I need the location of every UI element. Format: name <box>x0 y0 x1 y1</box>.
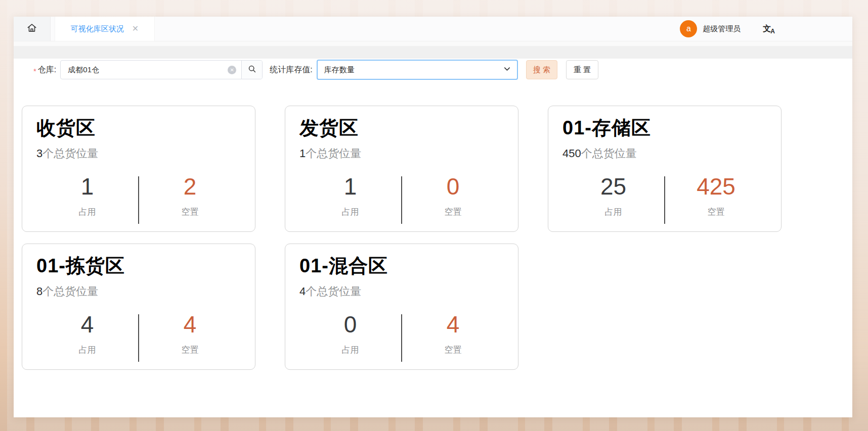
zone-stats: 0 占用 4 空置 <box>299 312 504 362</box>
tab-title: 可视化库区状况 <box>71 24 124 34</box>
vacant-count: 4 <box>139 312 241 337</box>
zone-total-slots: 8个总货位量 <box>36 284 241 299</box>
occupied-label: 占用 <box>562 206 664 218</box>
zone-title: 01-存储区 <box>562 117 767 139</box>
zone-total-number: 3 <box>36 147 42 160</box>
occupied-cell: 0 占用 <box>299 312 401 362</box>
vacant-cell: 425 空置 <box>665 174 767 224</box>
stat-value-label: 统计库存值: <box>270 65 312 75</box>
occupied-label: 占用 <box>36 206 138 218</box>
occupied-label: 占用 <box>36 344 138 356</box>
tab-bar: 可视化库区状况 ✕ a 超级管理员 文A <box>14 17 852 46</box>
zone-total-number: 8 <box>36 285 42 298</box>
clear-input-icon[interactable]: ✕ <box>228 66 236 74</box>
occupied-cell: 25 占用 <box>562 174 664 224</box>
zone-total-suffix: 个总货位量 <box>306 285 361 298</box>
zone-title: 01-拣货区 <box>36 255 241 277</box>
occupied-count: 0 <box>299 312 401 337</box>
zone-card[interactable]: 01-混合区 4个总货位量 0 占用 4 空置 <box>285 244 518 370</box>
vacant-label: 空置 <box>139 206 241 218</box>
zone-total-suffix: 个总货位量 <box>581 147 637 160</box>
warehouse-input[interactable]: 成都01仓 ✕ <box>61 61 241 79</box>
vacant-label: 空置 <box>402 206 504 218</box>
vacant-cell: 2 空置 <box>139 174 241 224</box>
search-icon <box>248 65 256 75</box>
zone-stats: 4 占用 4 空置 <box>36 312 241 362</box>
tab-bar-spacer <box>155 17 680 41</box>
zone-total-suffix: 个总货位量 <box>306 147 361 160</box>
zone-total-suffix: 个总货位量 <box>42 285 98 298</box>
reset-button[interactable]: 重 置 <box>566 60 598 79</box>
zone-card[interactable]: 收货区 3个总货位量 1 占用 2 空置 <box>22 106 255 232</box>
zone-title: 收货区 <box>36 117 241 139</box>
zone-stats: 1 占用 0 空置 <box>299 174 504 224</box>
vacant-label: 空置 <box>139 344 241 356</box>
card-grid: 收货区 3个总货位量 1 占用 2 空置 发货区 1个总货位量 1 占用 <box>18 106 807 370</box>
main-content: * 仓库: 成都01仓 ✕ 统计库存值: 库 <box>14 59 852 417</box>
occupied-cell: 1 占用 <box>36 174 138 224</box>
warehouse-lookup-button[interactable] <box>241 61 262 79</box>
user-name[interactable]: 超级管理员 <box>703 24 741 34</box>
occupied-count: 1 <box>299 174 401 199</box>
language-switch-icon[interactable]: 文A <box>763 25 775 33</box>
vacant-cell: 4 空置 <box>402 312 504 362</box>
zone-total-number: 1 <box>299 147 306 160</box>
tab-close-icon[interactable]: ✕ <box>132 25 139 33</box>
stat-value-select[interactable]: 库存数量 <box>317 60 518 80</box>
zone-total-slots: 4个总货位量 <box>299 284 504 299</box>
zone-stats: 1 占用 2 空置 <box>36 174 241 224</box>
warehouse-label: 仓库: <box>38 65 56 75</box>
app-panel: 可视化库区状况 ✕ a 超级管理员 文A * 仓库: 成都01仓 ✕ <box>14 17 852 417</box>
home-tab-button[interactable] <box>14 17 51 41</box>
zone-total-number: 4 <box>299 285 306 298</box>
occupied-count: 1 <box>36 174 138 199</box>
user-area: a 超级管理员 文A <box>680 17 852 41</box>
tabbar-content-divider <box>14 46 852 59</box>
filter-row: * 仓库: 成都01仓 ✕ 统计库存值: 库 <box>33 60 852 80</box>
zone-total-slots: 3个总货位量 <box>36 146 241 161</box>
stat-value-selected: 库存数量 <box>324 65 355 75</box>
zone-total-slots: 1个总货位量 <box>299 146 504 161</box>
zone-title: 01-混合区 <box>299 255 504 277</box>
vacant-cell: 4 空置 <box>139 312 241 362</box>
vacant-count: 0 <box>402 174 504 199</box>
vacant-count: 425 <box>665 174 767 199</box>
occupied-cell: 1 占用 <box>299 174 401 224</box>
zone-card[interactable]: 01-存储区 450个总货位量 25 占用 425 空置 <box>548 106 782 232</box>
avatar[interactable]: a <box>680 20 697 37</box>
zone-title: 发货区 <box>299 117 504 139</box>
vacant-label: 空置 <box>665 206 767 218</box>
home-icon <box>26 22 37 35</box>
vacant-count: 2 <box>139 174 241 199</box>
tab-bar-inner: 可视化库区状况 ✕ a 超级管理员 文A <box>14 17 852 41</box>
zone-total-number: 450 <box>562 147 581 160</box>
occupied-count: 4 <box>36 312 138 337</box>
occupied-label: 占用 <box>299 206 401 218</box>
vacant-cell: 0 空置 <box>402 174 504 224</box>
occupied-count: 25 <box>562 174 664 199</box>
occupied-cell: 4 占用 <box>36 312 138 362</box>
zone-total-suffix: 个总货位量 <box>42 147 98 160</box>
zone-card[interactable]: 发货区 1个总货位量 1 占用 0 空置 <box>285 106 518 232</box>
vacant-label: 空置 <box>402 344 504 356</box>
tab-warehouse-zone-status[interactable]: 可视化库区状况 ✕ <box>55 17 155 41</box>
chevron-down-icon <box>503 65 511 75</box>
zone-card[interactable]: 01-拣货区 8个总货位量 4 占用 4 空置 <box>22 244 255 370</box>
warehouse-input-group: 成都01仓 ✕ <box>60 60 263 79</box>
occupied-label: 占用 <box>299 344 401 356</box>
zone-total-slots: 450个总货位量 <box>562 146 767 161</box>
vacant-count: 4 <box>402 312 504 337</box>
search-button[interactable]: 搜 索 <box>526 60 557 79</box>
warehouse-input-value: 成都01仓 <box>68 65 99 75</box>
zone-stats: 25 占用 425 空置 <box>562 174 767 224</box>
required-asterisk: * <box>33 67 36 75</box>
